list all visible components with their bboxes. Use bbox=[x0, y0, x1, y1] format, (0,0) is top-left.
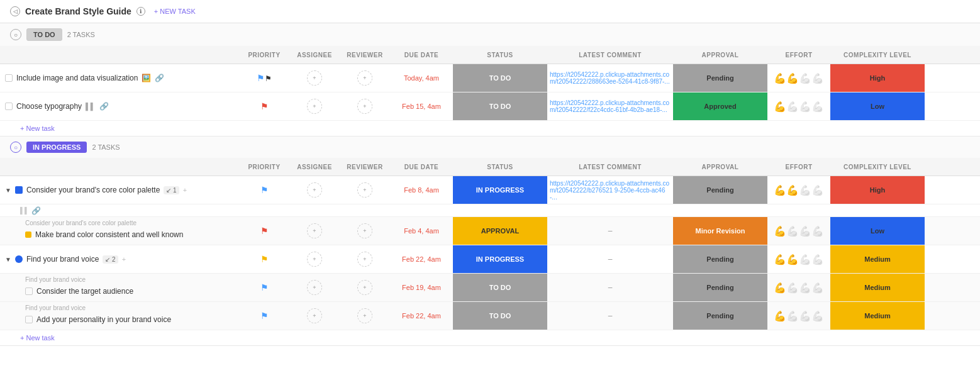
latest-comment[interactable]: https://t20542222.p.clickup-attachments.… bbox=[550, 99, 671, 113]
inprogress-toggle[interactable]: ○ bbox=[10, 142, 21, 153]
subtask-color-dot bbox=[25, 231, 31, 238]
task-name: Find your brand voice bbox=[26, 255, 99, 264]
reviewer-cell[interactable]: + bbox=[340, 176, 390, 204]
muscle-1: 💪 bbox=[774, 282, 786, 294]
expand-arrow[interactable]: ▼ bbox=[5, 187, 11, 194]
back-button[interactable]: ◁ bbox=[10, 6, 20, 16]
assignee-avatar[interactable]: + bbox=[307, 308, 322, 323]
expand-arrow[interactable]: ▼ bbox=[5, 256, 11, 263]
effort-cell: 💪 💪 💪 💪 bbox=[767, 274, 830, 301]
new-task-button-inprogress[interactable]: + New task bbox=[0, 330, 980, 345]
muscle-3: 💪 bbox=[799, 310, 811, 322]
task-name-cell: Find your brand voice Consider the targe… bbox=[0, 274, 239, 301]
reviewer-cell[interactable]: + bbox=[340, 64, 390, 92]
todo-toggle[interactable]: ○ bbox=[10, 29, 21, 40]
assignee-cell[interactable]: + bbox=[289, 274, 340, 301]
muscle-2: 💪 bbox=[786, 72, 799, 84]
approval-badge: Minor Revision bbox=[673, 217, 767, 245]
due-date-cell: Today, 4am bbox=[390, 64, 453, 92]
priority-cell: ⚑ bbox=[239, 245, 289, 273]
reviewer-cell[interactable]: + bbox=[340, 302, 390, 330]
latest-comment-dash: – bbox=[608, 311, 613, 320]
due-date: Feb 15, 4am bbox=[402, 103, 441, 110]
latest-comment[interactable]: https://t20542222.p.clickup-attachments.… bbox=[550, 71, 671, 85]
status-cell: TO DO bbox=[453, 64, 547, 92]
reviewer-cell[interactable]: + bbox=[340, 245, 390, 273]
complexity-cell: High bbox=[830, 64, 925, 92]
priority-cell: ⚑ bbox=[239, 302, 289, 330]
complexity-badge: High bbox=[830, 64, 925, 92]
assignee-cell[interactable]: + bbox=[289, 92, 340, 120]
info-icon[interactable]: ℹ bbox=[136, 7, 145, 16]
assignee-avatar[interactable]: + bbox=[307, 99, 322, 114]
muscle-1: 💪 bbox=[774, 310, 786, 322]
priority-flag-blue: ⚑ bbox=[260, 282, 269, 293]
status-cell: TO DO bbox=[453, 92, 547, 120]
assignee-cell[interactable]: + bbox=[289, 245, 340, 273]
col-comment: LATEST COMMENT bbox=[547, 46, 673, 64]
assignee-cell[interactable]: + bbox=[289, 217, 340, 245]
reviewer-avatar[interactable]: + bbox=[357, 182, 372, 198]
priority-flag-red: ⚑ bbox=[260, 226, 269, 236]
task-name-cell: Consider your brand's core color palette… bbox=[0, 217, 239, 245]
effort-cell: 💪 💪 💪 💪 bbox=[767, 176, 830, 204]
latest-comment-dash: – bbox=[608, 226, 613, 235]
task-checkbox[interactable] bbox=[25, 316, 33, 323]
task-color-dot bbox=[15, 255, 23, 263]
comment-cell[interactable]: https://t20542222.p.clickup-attachments.… bbox=[547, 92, 673, 120]
comment-cell: – bbox=[547, 217, 673, 245]
assignee-cell[interactable]: + bbox=[289, 64, 340, 92]
effort-cell: 💪 💪 💪 💪 bbox=[767, 92, 830, 120]
new-task-header-button[interactable]: + NEW TASK bbox=[154, 8, 196, 15]
col-priority: PRIORITY bbox=[239, 158, 289, 176]
priority-cell: ⚑ bbox=[239, 217, 289, 245]
due-date-cell: Feb 8, 4am bbox=[390, 176, 453, 204]
reviewer-cell[interactable]: + bbox=[340, 274, 390, 301]
reviewer-avatar[interactable]: + bbox=[357, 223, 372, 238]
assignee-avatar[interactable]: + bbox=[307, 70, 322, 86]
assignee-avatar[interactable]: + bbox=[307, 252, 322, 267]
reviewer-avatar[interactable]: + bbox=[357, 308, 372, 323]
inprogress-section: ○ IN PROGRESS 2 TASKS PRIORITY ASSIGNEE … bbox=[0, 137, 980, 346]
muscle-4: 💪 bbox=[811, 225, 824, 237]
muscle-1: 💪 bbox=[774, 225, 786, 237]
task-checkbox[interactable] bbox=[5, 103, 13, 110]
reviewer-avatar[interactable]: + bbox=[357, 280, 372, 295]
comment-cell[interactable]: https://t20542222.p.clickup-attachments.… bbox=[547, 176, 673, 204]
clip-icon: 🔗 bbox=[31, 206, 41, 215]
reviewer-avatar[interactable]: + bbox=[357, 70, 372, 86]
status-badge: APPROVAL bbox=[453, 217, 547, 245]
approval-cell: Pending bbox=[673, 64, 767, 92]
muscle-3: 💪 bbox=[799, 225, 811, 237]
reviewer-cell[interactable]: + bbox=[340, 92, 390, 120]
status-cell: TO DO bbox=[453, 274, 547, 301]
col-headers-todo: PRIORITY ASSIGNEE REVIEWER DUE DATE STAT… bbox=[0, 46, 980, 64]
assignee-avatar[interactable]: + bbox=[307, 182, 322, 198]
status-cell: APPROVAL bbox=[453, 217, 547, 245]
assignee-cell[interactable]: + bbox=[289, 302, 340, 330]
due-date-cell: Feb 4, 4am bbox=[390, 217, 453, 245]
approval-cell: Pending bbox=[673, 302, 767, 330]
reviewer-avatar[interactable]: + bbox=[357, 99, 372, 114]
priority-cell: ⚑ bbox=[239, 176, 289, 204]
task-checkbox[interactable] bbox=[25, 287, 33, 295]
comment-cell[interactable]: https://t20542222.p.clickup-attachments.… bbox=[547, 64, 673, 92]
task-extras-cell: ▌▌ 🔗 bbox=[0, 204, 239, 216]
approval-badge: Approved bbox=[673, 92, 767, 120]
reviewer-avatar[interactable]: + bbox=[357, 252, 372, 267]
muscle-1: 💪 bbox=[774, 254, 786, 265]
add-subtask-btn[interactable]: + bbox=[183, 186, 187, 194]
reviewer-cell[interactable]: + bbox=[340, 217, 390, 245]
new-task-button-todo[interactable]: + New task bbox=[0, 121, 980, 136]
due-date-cell: Feb 15, 4am bbox=[390, 92, 453, 120]
complexity-badge: Medium bbox=[830, 302, 925, 330]
task-checkbox[interactable] bbox=[5, 74, 13, 82]
assignee-cell[interactable]: + bbox=[289, 176, 340, 204]
muscle-3: 💪 bbox=[799, 184, 811, 196]
add-subtask-btn[interactable]: + bbox=[122, 255, 126, 263]
latest-comment[interactable]: https://t20542222.p.clickup-attachments.… bbox=[550, 180, 671, 201]
table-row: ▼ Consider your brand's core color palet… bbox=[0, 176, 980, 204]
assignee-avatar[interactable]: + bbox=[307, 280, 322, 295]
table-row: Find your brand voice Add your personali… bbox=[0, 302, 980, 330]
assignee-avatar[interactable]: + bbox=[307, 223, 322, 238]
